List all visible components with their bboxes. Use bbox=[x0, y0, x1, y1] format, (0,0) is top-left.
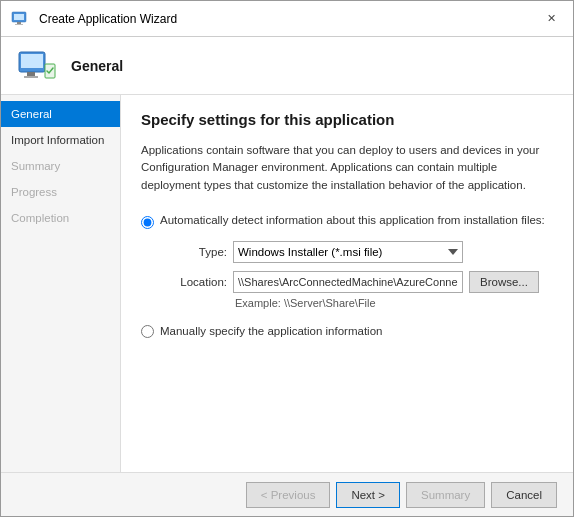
auto-detect-radio[interactable] bbox=[141, 216, 154, 229]
auto-detect-radio-label[interactable]: Automatically detect information about t… bbox=[141, 214, 553, 229]
title-bar: Create Application Wizard ✕ bbox=[1, 1, 573, 37]
wizard-window: Create Application Wizard ✕ General Gene… bbox=[0, 0, 574, 517]
sidebar-item-progress: Progress bbox=[1, 179, 120, 205]
next-button[interactable]: Next > bbox=[336, 482, 400, 508]
wizard-header: General bbox=[1, 37, 573, 95]
sidebar-item-general[interactable]: General bbox=[1, 101, 120, 127]
location-control-group: Browse... bbox=[233, 271, 553, 293]
main-panel: Specify settings for this application Ap… bbox=[121, 95, 573, 472]
close-button[interactable]: ✕ bbox=[539, 7, 563, 31]
svg-rect-2 bbox=[17, 22, 21, 24]
type-label: Type: bbox=[163, 246, 227, 258]
sidebar-item-import-information[interactable]: Import Information bbox=[1, 127, 120, 153]
wizard-header-subtitle: General bbox=[71, 58, 123, 74]
manual-radio[interactable] bbox=[141, 325, 154, 338]
wizard-body: General Import Information Summary Progr… bbox=[1, 95, 573, 472]
sidebar-item-summary: Summary bbox=[1, 153, 120, 179]
sidebar-item-completion: Completion bbox=[1, 205, 120, 231]
wizard-header-icon bbox=[17, 46, 57, 86]
wizard-footer: < Previous Next > Summary Cancel bbox=[1, 472, 573, 516]
auto-detect-section: Automatically detect information about t… bbox=[141, 214, 553, 309]
manual-radio-label[interactable]: Manually specify the application informa… bbox=[141, 325, 553, 338]
panel-title: Specify settings for this application bbox=[141, 111, 553, 128]
cancel-button[interactable]: Cancel bbox=[491, 482, 557, 508]
type-row: Type: Windows Installer (*.msi file) Scr… bbox=[163, 241, 553, 263]
svg-rect-1 bbox=[14, 14, 24, 20]
location-row: Location: Browse... bbox=[163, 271, 553, 293]
description-text: Applications contain software that you c… bbox=[141, 142, 553, 194]
svg-rect-3 bbox=[15, 24, 23, 25]
example-text: Example: \\Server\Share\File bbox=[235, 297, 553, 309]
summary-button[interactable]: Summary bbox=[406, 482, 485, 508]
type-control-group: Windows Installer (*.msi file) Script In… bbox=[233, 241, 553, 263]
location-input[interactable] bbox=[233, 271, 463, 293]
window-title: Create Application Wizard bbox=[39, 12, 177, 26]
svg-rect-7 bbox=[24, 76, 38, 78]
svg-rect-6 bbox=[27, 72, 35, 76]
sidebar: General Import Information Summary Progr… bbox=[1, 95, 121, 472]
previous-button[interactable]: < Previous bbox=[246, 482, 331, 508]
form-grid: Type: Windows Installer (*.msi file) Scr… bbox=[163, 241, 553, 309]
browse-button[interactable]: Browse... bbox=[469, 271, 539, 293]
location-label: Location: bbox=[163, 276, 227, 288]
svg-rect-5 bbox=[21, 54, 43, 68]
app-icon bbox=[11, 9, 31, 29]
title-bar-buttons: ✕ bbox=[539, 7, 563, 31]
title-bar-left: Create Application Wizard bbox=[11, 9, 177, 29]
type-select[interactable]: Windows Installer (*.msi file) Script In… bbox=[233, 241, 463, 263]
